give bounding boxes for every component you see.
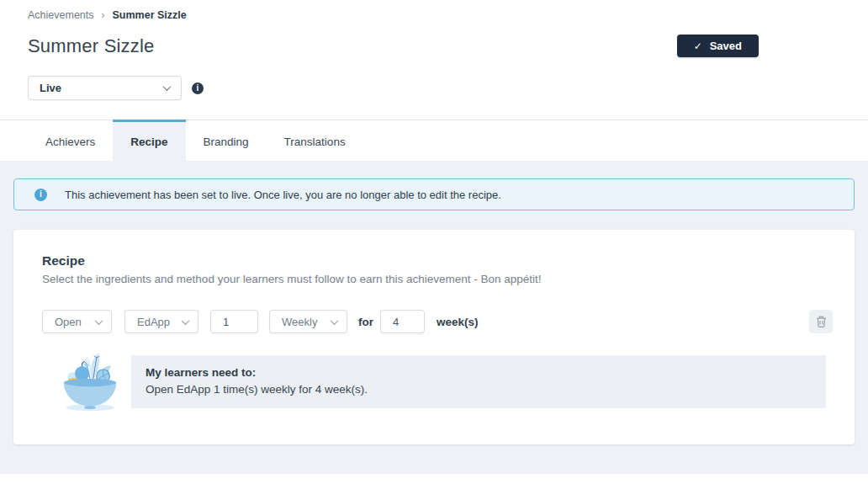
recipe-card-title: Recipe	[42, 253, 829, 269]
status-select[interactable]: Live	[28, 76, 182, 100]
status-select-value: Live	[40, 82, 61, 94]
saved-button[interactable]: ✓ Saved	[677, 35, 759, 57]
times-input[interactable]	[210, 310, 258, 333]
application-select[interactable]: EdApp	[124, 310, 198, 333]
page-header: Achievements › Summer Sizzle Summer Sizz…	[0, 0, 868, 161]
breadcrumb: Achievements › Summer Sizzle	[0, 0, 868, 21]
live-info-banner: i This achievement has been set to live.…	[13, 178, 855, 210]
chevron-down-icon	[182, 316, 190, 325]
frequency-select[interactable]: Weekly	[269, 310, 347, 333]
trash-icon	[816, 316, 827, 327]
chevron-down-icon	[331, 316, 339, 325]
duration-input[interactable]	[380, 310, 425, 333]
check-icon: ✓	[694, 40, 702, 52]
recipe-summary-row: My learners need to: Open EdApp 1 time(s…	[42, 349, 829, 413]
tab-translations[interactable]: Translations	[267, 120, 363, 161]
action-select-value: Open	[55, 316, 82, 328]
chevron-down-icon	[95, 316, 103, 325]
page-title: Summer Sizzle	[28, 35, 155, 57]
page-body: i This achievement has been set to live.…	[0, 161, 868, 474]
breadcrumb-separator-icon: ›	[102, 9, 105, 21]
tab-achievers[interactable]: Achievers	[28, 120, 113, 161]
info-icon: i	[34, 189, 47, 201]
delete-rule-button[interactable]	[809, 310, 833, 333]
frequency-select-value: Weekly	[282, 316, 317, 328]
duration-unit-label: week(s)	[437, 316, 479, 328]
action-select[interactable]: Open	[42, 310, 112, 333]
recipe-card-subtitle: Select the ingredients and method your l…	[42, 273, 829, 285]
application-select-value: EdApp	[137, 316, 170, 328]
for-label: for	[358, 316, 373, 328]
recipe-rule-row: Open EdApp Weekly for week(s)	[42, 310, 829, 333]
tab-branding[interactable]: Branding	[186, 120, 267, 161]
learners-summary-box: My learners need to: Open EdApp 1 time(s…	[131, 355, 826, 408]
status-info-icon[interactable]: i	[192, 82, 204, 94]
salad-bowl-illustration	[57, 349, 123, 413]
banner-text: This achievement has been set to live. O…	[65, 189, 501, 201]
chevron-down-icon	[163, 82, 172, 91]
tab-bar: Achievers Recipe Branding Translations	[0, 120, 868, 161]
breadcrumb-achievements-link[interactable]: Achievements	[28, 9, 94, 21]
tab-recipe[interactable]: Recipe	[113, 120, 185, 161]
saved-button-label: Saved	[710, 40, 742, 52]
summary-sentence: Open EdApp 1 time(s) weekly for 4 week(s…	[146, 383, 809, 396]
recipe-card: Recipe Select the ingredients and method…	[13, 230, 855, 444]
breadcrumb-current: Summer Sizzle	[113, 9, 187, 21]
summary-heading: My learners need to:	[146, 366, 809, 379]
